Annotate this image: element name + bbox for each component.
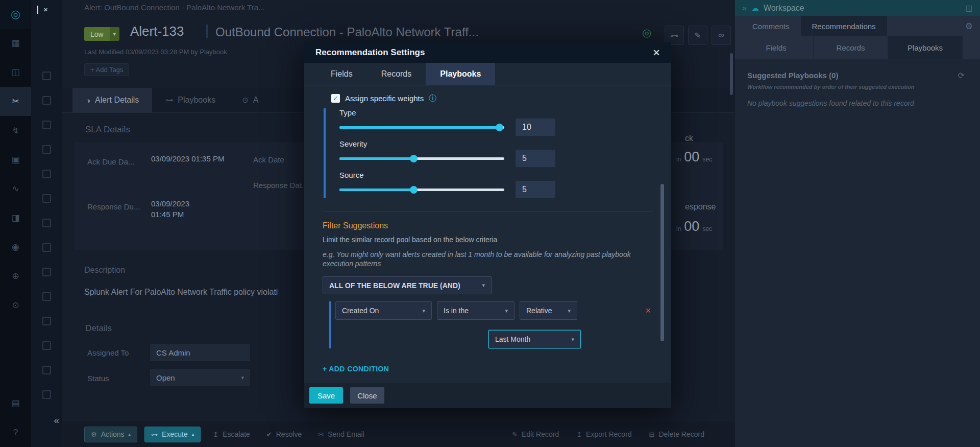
remove-condition-icon[interactable]: ×	[645, 305, 651, 316]
status-select[interactable]: Open ▾	[150, 369, 250, 386]
modal-scrollbar[interactable]	[660, 184, 664, 341]
workspace-settings-gear-icon[interactable]: ⚙	[965, 21, 973, 32]
sidebar-item-hunt[interactable]: ◉	[0, 232, 31, 262]
slider-thumb[interactable]	[410, 155, 418, 162]
record-checkbox[interactable]	[42, 390, 51, 399]
record-checkbox[interactable]	[42, 317, 51, 325]
close-button[interactable]: Close	[350, 387, 384, 404]
save-button[interactable]: Save	[309, 387, 343, 404]
condition-type-value: Relative	[526, 307, 552, 315]
condition-operator-select[interactable]: Is in the ▾	[437, 301, 514, 320]
sidebar-item-threat-intel[interactable]: ⊕	[0, 262, 31, 291]
sidebar-item-cases[interactable]: ▣	[0, 145, 31, 174]
close-icon[interactable]: ×	[653, 46, 660, 59]
severity-badge[interactable]: Low ▾	[84, 27, 119, 41]
modal-tab-records[interactable]: Records	[367, 63, 426, 85]
sidebar-item-dashboard[interactable]: ▦	[0, 29, 31, 58]
record-checkbox[interactable]	[42, 268, 51, 276]
type-weight-slider[interactable]	[339, 126, 504, 129]
main-scrollbar[interactable]	[730, 53, 733, 95]
severity-caret-icon[interactable]: ▾	[110, 27, 119, 41]
tab-recommendations[interactable]: Recommendations	[801, 16, 887, 36]
sidebar-item-triage[interactable]: ✂	[0, 87, 31, 116]
modal-footer: Save Close	[304, 383, 671, 408]
sidebar-item-queues[interactable]: ◫	[0, 58, 31, 87]
assigned-to-value: CS Admin	[150, 344, 250, 361]
hunt-icon: ◉	[12, 242, 19, 252]
edit-record-button[interactable]: ✎ Edit Record	[510, 427, 561, 442]
resolve-button[interactable]: ✔ Resolve	[262, 427, 306, 442]
slider-thumb[interactable]	[496, 124, 503, 131]
execute-button[interactable]: ⊶ Execute ▴	[144, 427, 201, 442]
expand-panel-icon[interactable]: ◫	[966, 4, 973, 13]
run-icon: ⊶	[151, 431, 158, 438]
tab-playbooks[interactable]: ⊶ Playbooks	[152, 88, 229, 112]
record-checkbox[interactable]	[42, 121, 51, 129]
severity-weight-slider[interactable]	[339, 157, 504, 160]
add-condition-button[interactable]: + ADD CONDITION	[323, 365, 653, 373]
modal-tab-playbooks[interactable]: Playbooks	[426, 63, 495, 85]
collapse-workspace-icon[interactable]: »	[742, 4, 747, 13]
record-checkbox[interactable]	[42, 72, 51, 80]
tab-alert-details[interactable]: ◑ Alert Details	[72, 88, 152, 112]
record-checkbox[interactable]	[42, 170, 51, 178]
automation-icon: ↯	[12, 125, 19, 136]
sidebar-item-widgets[interactable]: ◨	[0, 203, 31, 232]
type-weight-input[interactable]: 10	[516, 119, 555, 136]
resolve-label: Resolve	[276, 430, 302, 438]
sidebar-item-automation[interactable]: ↯	[0, 116, 31, 145]
tab-audit[interactable]: ⊙ A	[229, 88, 272, 112]
send-email-button[interactable]: ✉ Send Email	[314, 427, 369, 442]
info-icon[interactable]: ⓘ	[429, 93, 436, 103]
tab-label: A	[253, 96, 259, 105]
record-checkbox[interactable]	[42, 96, 51, 105]
sidebar-item-tasks[interactable]: ▤	[0, 389, 31, 418]
delete-record-button[interactable]: ⊟ Delete Record	[647, 427, 706, 442]
modal-tab-fields[interactable]: Fields	[316, 63, 367, 85]
tab-comments[interactable]: Comments	[741, 16, 801, 36]
source-weight-input[interactable]: 5	[516, 181, 555, 198]
copy-link-button[interactable]: ∞	[712, 26, 731, 45]
record-checkbox[interactable]	[42, 292, 51, 301]
condition-type-select[interactable]: Relative ▾	[520, 301, 577, 320]
condition-value-row: Last Month ▾	[335, 330, 653, 348]
subtab-records[interactable]: Records	[814, 36, 888, 59]
cases-icon: ▣	[11, 154, 19, 165]
condition-value-select[interactable]: Last Month ▾	[488, 330, 581, 348]
edit-button[interactable]: ✎	[688, 26, 707, 45]
sidebar-item-reports[interactable]: ∿	[0, 174, 31, 203]
severity-weight-input[interactable]: 5	[516, 150, 555, 167]
group-operator-select[interactable]: ALL OF THE BELOW ARE TRUE (AND) ▾	[323, 276, 492, 294]
assign-weights-checkbox[interactable]: ✓	[331, 94, 340, 103]
escalate-button[interactable]: ↥ Escalate	[209, 427, 254, 442]
record-checkbox[interactable]	[42, 243, 51, 252]
source-weight-slider[interactable]	[339, 189, 504, 191]
export-record-button[interactable]: ↥ Export Record	[574, 427, 633, 442]
triage-icon: ✂	[12, 96, 19, 107]
condition-field-value: Created On	[342, 307, 379, 315]
queues-icon: ◫	[11, 67, 19, 78]
actions-label: Actions	[101, 430, 125, 438]
subtab-playbooks[interactable]: Playbooks	[888, 36, 963, 59]
record-checkbox[interactable]	[42, 366, 51, 374]
condition-operator-value: Is in the	[444, 307, 469, 315]
subtab-fields[interactable]: Fields	[739, 36, 814, 59]
sidebar-item-users[interactable]: ⊙	[0, 291, 31, 320]
close-rail-icon[interactable]: ×	[43, 5, 48, 14]
slider-thumb[interactable]	[410, 186, 418, 194]
app-sidebar: ◎ ▦ ◫ ✂ ↯ ▣ ∿ ◨ ◉ ⊕ ⊙ ▤ ?	[0, 0, 31, 447]
record-checkbox[interactable]	[42, 219, 51, 227]
title-divider: |	[205, 22, 209, 38]
record-checkbox[interactable]	[42, 341, 51, 350]
details-heading: Details	[85, 323, 112, 334]
assigned-to-label: Assigned To	[87, 348, 129, 357]
refresh-icon[interactable]: ⟳	[958, 70, 965, 80]
actions-button[interactable]: ⚙ Actions ▴	[84, 427, 137, 442]
condition-field-select[interactable]: Created On ▾	[335, 301, 432, 320]
collapse-rail-icon[interactable]: «	[54, 415, 59, 426]
sidebar-item-help[interactable]: ?	[0, 418, 31, 447]
record-checkbox[interactable]	[42, 194, 51, 203]
record-checkbox[interactable]	[42, 145, 51, 154]
add-tags-button[interactable]: + Add Tags	[84, 63, 129, 76]
chevron-down-icon: ▾	[568, 308, 571, 314]
